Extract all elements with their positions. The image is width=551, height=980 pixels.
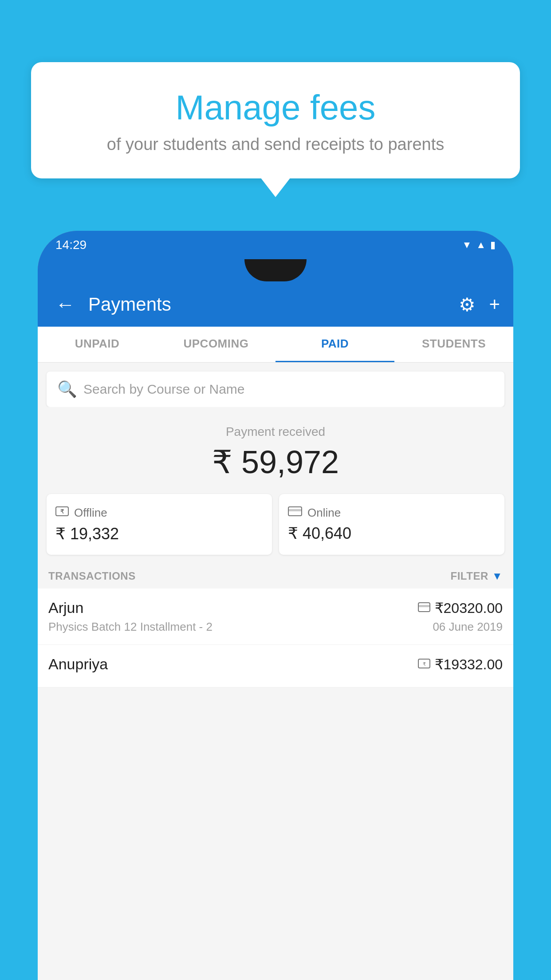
- phone-frame: 14:29 ▼ ▲ ▮ ← Payments ⚙: [38, 231, 513, 980]
- search-placeholder: Search by Course or Name: [83, 382, 245, 397]
- cards-row: ₹ Offline ₹ 19,332: [38, 490, 513, 564]
- filter-label: FILTER: [451, 570, 488, 582]
- screen: 14:29 ▼ ▲ ▮ ← Payments ⚙: [38, 231, 513, 980]
- notch-area: [38, 259, 513, 282]
- status-time: 14:29: [55, 238, 87, 252]
- transaction-name-1: Arjun: [48, 599, 83, 616]
- offline-card-amount: ₹ 19,332: [55, 525, 263, 543]
- transaction-date-1: 06 June 2019: [433, 620, 503, 634]
- transaction-row[interactable]: Arjun ₹20320.00 Physics: [38, 589, 513, 645]
- speech-bubble-title: Manage fees: [53, 89, 498, 127]
- svg-text:₹: ₹: [60, 508, 64, 515]
- transaction-amount-1: ₹20320.00: [435, 600, 503, 616]
- transaction-amount-wrap-2: ₹ ₹19332.00: [418, 656, 503, 673]
- transaction-name-2: Anupriya: [48, 656, 108, 673]
- payment-amount: ₹ 59,972: [47, 443, 504, 481]
- search-icon: 🔍: [57, 380, 77, 399]
- svg-rect-5: [418, 605, 430, 607]
- offline-card: ₹ Offline ₹ 19,332: [47, 494, 272, 555]
- settings-icon[interactable]: ⚙: [459, 294, 476, 316]
- payment-summary: Payment received ₹ 59,972: [38, 407, 513, 490]
- tab-students[interactable]: STUDENTS: [394, 327, 513, 362]
- transaction-amount-wrap-1: ₹20320.00: [418, 600, 503, 616]
- transaction-top-1: Arjun ₹20320.00: [48, 599, 503, 616]
- top-bar-combined: 14:29 ▼ ▲ ▮ ← Payments ⚙: [38, 231, 513, 327]
- online-card-header: Online: [288, 506, 496, 520]
- speech-bubble-subtitle: of your students and send receipts to pa…: [53, 135, 498, 154]
- tab-bar: UNPAID UPCOMING PAID STUDENTS: [38, 327, 513, 363]
- speech-bubble-card: Manage fees of your students and send re…: [31, 62, 520, 178]
- search-bar[interactable]: 🔍 Search by Course or Name: [47, 371, 504, 407]
- transaction-top-2: Anupriya ₹ ₹19332.00: [48, 656, 503, 673]
- transactions-header: TRANSACTIONS FILTER ▼: [38, 564, 513, 589]
- back-button[interactable]: ←: [51, 289, 79, 320]
- transaction-row-2[interactable]: Anupriya ₹ ₹19332.00: [38, 645, 513, 688]
- svg-text:₹: ₹: [422, 661, 425, 667]
- app-content: 🔍 Search by Course or Name Payment recei…: [38, 363, 513, 980]
- tab-paid[interactable]: PAID: [276, 327, 394, 362]
- offline-card-type: Offline: [74, 506, 107, 520]
- phone-inner: 14:29 ▼ ▲ ▮ ← Payments ⚙: [38, 231, 513, 980]
- status-bar: 14:29 ▼ ▲ ▮: [38, 231, 513, 259]
- offline-payment-icon-2: ₹: [418, 657, 430, 672]
- add-icon[interactable]: +: [489, 294, 500, 315]
- app-bar-actions: ⚙ +: [459, 294, 500, 316]
- offline-icon: ₹: [55, 506, 69, 520]
- online-card-type: Online: [307, 506, 341, 520]
- tab-unpaid[interactable]: UNPAID: [38, 327, 157, 362]
- app-bar-title: Payments: [88, 294, 450, 315]
- transaction-amount-2: ₹19332.00: [435, 656, 503, 673]
- transaction-desc-1: Physics Batch 12 Installment - 2: [48, 620, 213, 634]
- svg-rect-3: [288, 509, 302, 511]
- transactions-label: TRANSACTIONS: [48, 570, 136, 582]
- app-bar: ← Payments ⚙ +: [38, 282, 513, 327]
- wifi-icon: ▼: [462, 239, 472, 251]
- online-card-amount: ₹ 40,640: [288, 524, 496, 543]
- offline-card-header: ₹ Offline: [55, 506, 263, 520]
- battery-icon: ▮: [490, 239, 496, 251]
- signal-icon: ▲: [476, 239, 486, 251]
- status-icons: ▼ ▲ ▮: [462, 239, 496, 251]
- payment-received-label: Payment received: [47, 425, 504, 439]
- online-payment-icon-1: [418, 601, 430, 615]
- online-card: Online ₹ 40,640: [279, 494, 504, 555]
- transaction-bottom-1: Physics Batch 12 Installment - 2 06 June…: [48, 620, 503, 634]
- filter-icon: ▼: [492, 570, 503, 582]
- online-icon: [288, 506, 302, 520]
- notch: [244, 259, 307, 281]
- filter-button[interactable]: FILTER ▼: [451, 570, 503, 582]
- tab-upcoming[interactable]: UPCOMING: [157, 327, 276, 362]
